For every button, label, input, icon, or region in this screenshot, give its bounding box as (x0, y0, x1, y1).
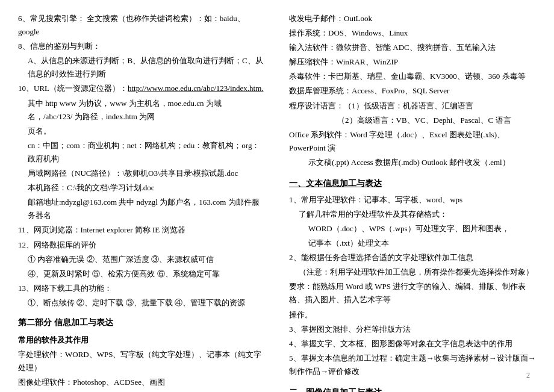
line: 杀毒软件：卡巴斯基、瑞星、金山毒霸、KV3000、诺顿、360 杀毒等 (289, 70, 536, 83)
line: A、从信息的来源进行判断；B、从信息的价值取向进行判断；C、从信息的时效性进行判… (18, 54, 265, 81)
line: 本机路径：C:\我的文档\学习计划.doc (18, 181, 265, 194)
line: 第二部分 信息加工与表达 (18, 316, 265, 330)
line: 11、网页浏览器：Internet explorer 简称 IE 浏览器 (18, 223, 265, 237)
line: 其中 http www 为协议，www 为主机名，moe.edu.cn 为域名，… (18, 97, 265, 123)
line: 收发电子邮件：OutLook (289, 12, 536, 25)
page-number: 2 (526, 371, 530, 380)
line: 要求：能熟练用 Word 或 WPS 进行文字的输入、编辑、排版、制作表格、插入… (289, 280, 536, 306)
line: 操作。 (289, 308, 536, 322)
line: 13、网络下载工具的功能： (18, 282, 265, 295)
line: 4、掌握文字、文本框、图形图像等对象在文字信息表达中的作用 (289, 337, 536, 350)
line: 示文稿(.ppt) Access 数据库(.mdb) Outlook 邮件收发（… (289, 156, 536, 169)
line: 10、URL（统一资源定位器）：http://www.moe.edu.cn/ab… (18, 82, 265, 95)
line: cn：中国；com：商业机构；net：网络机构；edu：教育机构；org：政府机… (18, 139, 265, 166)
line: ①、断点续传 ②、定时下载 ③、批量下载 ④、管理下载的资源 (18, 296, 265, 310)
line: 数据库管理系统：Access、FoxPro、SQL Server (289, 84, 536, 98)
line: 局域网路径（NUC路径）：\教师机O3\共享目录\模拟试题.doc (18, 167, 265, 180)
line: 字处理软件：WORD、WPS、写字板（纯文字处理）、记事本（纯文字处理） (18, 348, 265, 375)
line: 输入法软件：微软拼音、智能 ADC、搜狗拼音、五笔输入法 (289, 41, 536, 54)
line: 图像处理软件：Photoshop、ACDSee、画图 (18, 376, 265, 389)
line: 记事本（.txt）处理文本 (289, 237, 536, 250)
line: 程序设计语言：（1）低级语言：机器语言、汇编语言 (289, 99, 536, 113)
line: 解压缩软件：WinRAR、WinZIP (289, 55, 536, 69)
left-column: 6、常见搜索引擎： 全文搜索（也称作关键词检索）：如：baidu、google8… (18, 12, 277, 392)
line: 5、掌握文本信息的加工过程：确定主题→收集与选择素材→设计版面→制作作品→评价修… (289, 352, 536, 378)
line: WORD（.doc）、WPS（.wps）可处理文字、图片和图表， (289, 222, 536, 235)
line: ① 内容准确无误 ②、范围广深适度 ③、来源权威可信 (18, 253, 265, 266)
line: 常用的软件及其作用 (18, 334, 265, 347)
line: ④、更新及时紧时 ⑤、检索方便高效 ⑥、系统稳定可靠 (18, 267, 265, 281)
right-column: 收发电子邮件：OutLook操作系统：DOS、Windows、Linux输入法软… (277, 12, 536, 392)
line: （注意：利用字处理软件加工信息，所有操作都要先选择操作对象） (289, 266, 536, 279)
line: 邮箱地址:ndyzgl@163.com 共中 ndyzgl 为邮户名，163.c… (18, 196, 265, 222)
line: 操作系统：DOS、Windows、Linux (289, 26, 536, 40)
line: 6、常见搜索引擎： 全文搜索（也称作关键词检索）：如：baidu、google (18, 12, 265, 39)
line: 页名。 (18, 125, 265, 138)
line: 3、掌握图文混排、分栏等排版方法 (289, 323, 536, 336)
line: 1、常用字处理软件：记事本、写字板、word、wps (289, 193, 536, 207)
line: 12、网络数据库的评价 (18, 238, 265, 252)
line: 了解几种常用的字处理软件及其存储格式： (289, 208, 536, 221)
line: 2、能根据任务合理选择合适的文字处理软件加工信息 (289, 251, 536, 264)
line: Office 系列软件：Word 字处理（.doc）、Excel 图表处理(.x… (289, 128, 536, 155)
line: 一、文本信息加工与表达 (289, 176, 536, 191)
line: 8、信息的鉴别与判断： (18, 40, 265, 53)
document-page: 6、常见搜索引擎： 全文搜索（也称作关键词检索）：如：baidu、google8… (0, 0, 554, 392)
line: （2）高级语言：VB、VC、Dephi、Pascal、C 语言 (289, 114, 536, 127)
line: 二、图像信息加工与表达 (289, 385, 536, 392)
